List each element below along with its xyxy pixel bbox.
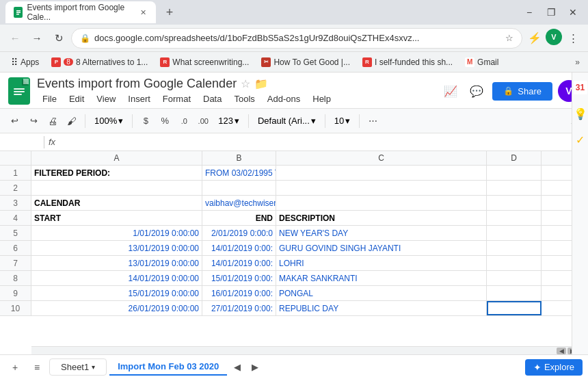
font-family-select[interactable]: Default (Ari... ▾ — [253, 114, 321, 128]
table-cell[interactable]: PONGAL — [276, 286, 487, 300]
refresh-button[interactable]: ↻ — [49, 29, 68, 48]
row-number[interactable]: 5 — [0, 226, 31, 240]
scroll-left-arrow[interactable]: ◀ — [557, 348, 566, 354]
address-bar[interactable]: 🔒 docs.google.com/spreadsheets/d/1boFzdB… — [71, 28, 522, 49]
row-number[interactable]: 3 — [0, 196, 31, 210]
import-tab[interactable]: Import Mon Feb 03 2020 — [109, 358, 227, 376]
font-size-select[interactable]: 10 ▾ — [330, 114, 355, 128]
account-button[interactable]: V — [546, 29, 562, 45]
row-number[interactable]: 4 — [0, 211, 31, 225]
table-cell[interactable] — [487, 211, 542, 225]
trend-icon-button[interactable]: 📈 — [440, 81, 461, 101]
row-number[interactable]: 10 — [0, 301, 31, 315]
minimize-button[interactable]: − — [520, 3, 539, 22]
menu-data[interactable]: Data — [198, 92, 227, 105]
table-cell[interactable]: vaibhav@techwiser.com, Contacts, Holiday… — [202, 196, 276, 210]
table-cell[interactable] — [487, 196, 542, 210]
table-cell[interactable]: 14/01/2019 0:00: — [202, 241, 276, 255]
extensions-button[interactable]: ⚡ — [525, 29, 544, 48]
row-number[interactable]: 2 — [0, 181, 31, 195]
bookmark-item-0[interactable]: P 8 8 Alternatives to 1... — [46, 56, 153, 68]
tasks-sidebar-icon[interactable]: 💡 — [574, 107, 587, 120]
table-cell[interactable]: FROM 03/02/1995 TO 5/06/2020 — [202, 166, 276, 180]
explore-button[interactable]: ✦ Explore — [525, 359, 583, 376]
bookmark-item-gmail[interactable]: M Gmail — [459, 56, 504, 68]
share-button[interactable]: 🔒 Share — [492, 82, 552, 101]
browser-tab[interactable]: Events import from Google Cale... ✕ — [5, 1, 156, 23]
bookmark-item-3[interactable]: R I self-funded this sh... — [357, 56, 458, 68]
table-cell[interactable] — [487, 301, 542, 315]
table-cell[interactable]: 27/01/2019 0:00: — [202, 301, 276, 315]
decimal-dec-button[interactable]: .0 — [175, 112, 193, 130]
col-header-b[interactable]: B — [202, 151, 276, 165]
menu-view[interactable]: View — [91, 92, 121, 105]
table-cell[interactable] — [276, 196, 487, 210]
table-cell[interactable]: CALENDAR — [31, 196, 202, 210]
menu-format[interactable]: Format — [157, 92, 196, 105]
menu-tools[interactable]: Tools — [228, 92, 260, 105]
percent-button[interactable]: % — [156, 112, 174, 130]
back-button[interactable]: ← — [5, 29, 25, 48]
bookmark-apps[interactable]: ⠿ Apps — [5, 55, 44, 69]
decimal-inc-button[interactable]: .00 — [194, 112, 212, 130]
table-cell[interactable] — [487, 241, 542, 255]
table-cell[interactable]: LOHRI — [276, 256, 487, 270]
table-cell[interactable]: 15/01/2019 0:00:00 — [31, 286, 202, 300]
row-number[interactable]: 9 — [0, 286, 31, 300]
table-cell[interactable]: GURU GOVIND SINGH JAYANTI — [276, 241, 487, 255]
table-cell[interactable] — [487, 271, 542, 285]
table-cell[interactable]: 26/01/2019 0:00:00 — [31, 301, 202, 315]
restore-button[interactable]: ❐ — [542, 3, 561, 22]
close-button[interactable]: ✕ — [563, 3, 583, 22]
bookmark-item-1[interactable]: R What screenwriting... — [155, 56, 254, 68]
table-cell[interactable] — [487, 181, 542, 195]
paint-format-button[interactable]: 🖌 — [63, 112, 81, 130]
bookmark-star-icon[interactable]: ☆ — [505, 33, 513, 43]
more-formats-button[interactable]: ⋯ — [364, 112, 382, 130]
sheet1-tab[interactable]: Sheet1 ▾ — [49, 358, 107, 376]
table-cell[interactable]: MAKAR SANKRANTI — [276, 271, 487, 285]
star-icon[interactable]: ☆ — [241, 77, 250, 90]
table-cell[interactable]: 14/01/2019 0:00:00 — [31, 271, 202, 285]
table-cell[interactable] — [487, 166, 542, 180]
print-button[interactable]: 🖨 — [44, 112, 62, 130]
row-number[interactable]: 6 — [0, 241, 31, 255]
col-header-d[interactable]: D — [487, 151, 542, 165]
table-cell[interactable] — [276, 166, 487, 180]
tab-nav-right[interactable]: ▶ — [248, 360, 263, 375]
table-cell[interactable]: 14/01/2019 0:00: — [202, 256, 276, 270]
table-cell[interactable] — [487, 286, 542, 300]
table-cell[interactable]: START — [31, 211, 202, 225]
new-tab-button[interactable]: + — [160, 3, 179, 22]
table-cell[interactable]: FILTERED PERIOD: — [31, 166, 202, 180]
menu-addons[interactable]: Add-ons — [262, 92, 306, 105]
table-cell[interactable]: 13/01/2019 0:00:00 — [31, 256, 202, 270]
row-number[interactable]: 8 — [0, 271, 31, 285]
table-cell[interactable]: REPUBLIC DAY — [276, 301, 487, 315]
currency-button[interactable]: $ — [137, 112, 155, 130]
folder-icon[interactable]: 📁 — [254, 77, 268, 90]
redo-button[interactable]: ↪ — [25, 112, 42, 130]
tab-close-button[interactable]: ✕ — [139, 7, 148, 18]
zoom-select[interactable]: 100% ▾ — [90, 114, 128, 128]
row-number[interactable]: 1 — [0, 166, 31, 180]
keep-sidebar-icon[interactable]: ✓ — [574, 133, 587, 146]
calendar-sidebar-icon[interactable]: 31 — [574, 81, 587, 94]
bookmark-item-2[interactable]: ✂ How To Get Good |... — [256, 56, 356, 68]
add-sheet-button[interactable]: + — [5, 358, 25, 377]
table-cell[interactable]: 2/01/2019 0:00:0 — [202, 226, 276, 240]
menu-edit[interactable]: Edit — [64, 92, 90, 105]
sheet-list-button[interactable]: ≡ — [27, 358, 46, 377]
table-cell[interactable]: 13/01/2019 0:00:00 — [31, 241, 202, 255]
table-cell[interactable]: END — [202, 211, 276, 225]
table-cell[interactable]: DESCRIPTION — [276, 211, 487, 225]
col-header-a[interactable]: A — [31, 151, 202, 165]
undo-button[interactable]: ↩ — [5, 112, 23, 130]
menu-insert[interactable]: Insert — [122, 92, 156, 105]
row-number[interactable]: 7 — [0, 256, 31, 270]
horizontal-scrollbar[interactable]: ◀ ▶ — [31, 346, 580, 354]
table-cell[interactable] — [487, 226, 542, 240]
tab-nav-left[interactable]: ◀ — [230, 360, 245, 375]
menu-file[interactable]: File — [37, 92, 62, 105]
col-header-c[interactable]: C — [276, 151, 487, 165]
